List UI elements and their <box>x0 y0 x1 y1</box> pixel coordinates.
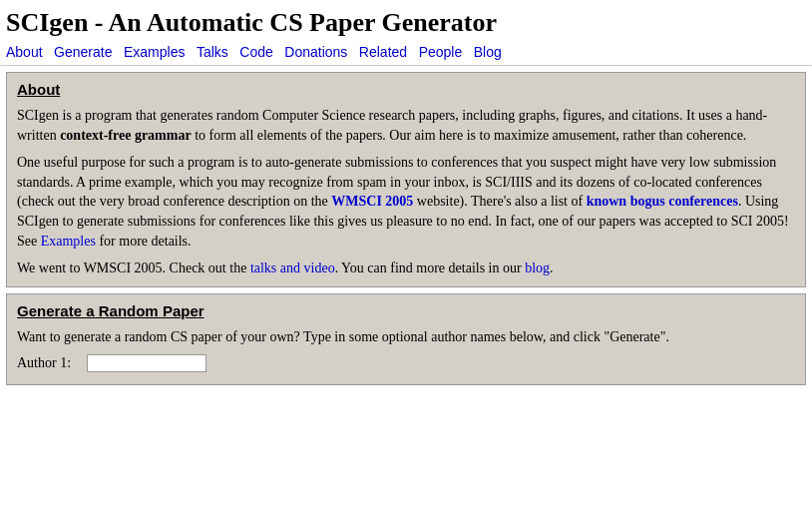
generate-section: Generate a Random Paper Want to generate… <box>6 293 806 386</box>
nav-examples[interactable]: Examples <box>124 44 185 60</box>
about-title: About <box>17 81 795 98</box>
nav-code[interactable]: Code <box>239 44 272 60</box>
site-title: SCIgen - An Automatic CS Paper Generator <box>6 8 497 37</box>
nav-related[interactable]: Related <box>359 44 407 60</box>
author-1-label: Author 1: <box>17 355 87 371</box>
nav-talks[interactable]: Talks <box>197 44 228 60</box>
nav-donations[interactable]: Donations <box>284 44 347 60</box>
generate-intro: Want to generate a random CS paper of yo… <box>17 327 795 347</box>
about-paragraph-1: SCIgen is a program that generates rando… <box>17 106 795 145</box>
author-1-input[interactable] <box>87 354 206 372</box>
blog-link[interactable]: blog <box>525 260 550 275</box>
examples-link[interactable]: Examples <box>41 234 96 249</box>
nav-about[interactable]: About <box>6 44 43 60</box>
nav-generate[interactable]: Generate <box>54 44 112 60</box>
nav-bar: About Generate Examples Talks Code Donat… <box>0 42 812 66</box>
author-1-row: Author 1: <box>17 354 795 372</box>
nav-blog[interactable]: Blog <box>474 44 502 60</box>
wmsci-link[interactable]: WMSCI 2005 <box>331 194 413 209</box>
about-paragraph-3: We went to WMSCI 2005. Check out the tal… <box>17 259 795 278</box>
nav-people[interactable]: People <box>419 44 463 60</box>
about-section: About SCIgen is a program that generates… <box>6 72 806 287</box>
about-paragraph-2: One useful purpose for such a program is… <box>17 153 795 251</box>
generate-title: Generate a Random Paper <box>17 302 795 319</box>
talks-video-link[interactable]: talks and video <box>250 260 335 275</box>
bogus-conferences-link[interactable]: known bogus conferences <box>587 194 738 209</box>
